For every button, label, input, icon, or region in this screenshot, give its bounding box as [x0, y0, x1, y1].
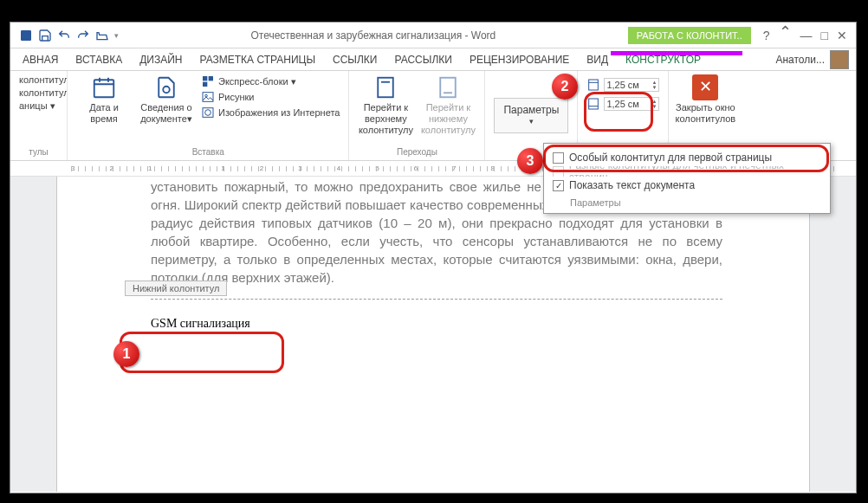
pagenum-btn[interactable]: аницы ▾	[19, 100, 58, 112]
tab-layout[interactable]: РАЗМЕТКА СТРАНИЦЫ	[191, 50, 324, 69]
svg-rect-5	[203, 82, 207, 87]
document-icon	[153, 74, 179, 100]
avatar[interactable]	[830, 50, 849, 69]
goto-footer-btn: Перейти к нижнему колонтитулу	[420, 74, 476, 137]
svg-rect-4	[209, 76, 213, 81]
save-icon[interactable]	[38, 29, 52, 42]
goto-header-btn[interactable]: Перейти к верхнему колонтитулу	[358, 74, 413, 137]
svg-point-2	[163, 87, 170, 94]
badge-1: 1	[113, 341, 139, 367]
minimize-icon[interactable]: —	[800, 29, 813, 42]
tab-review[interactable]: РЕЦЕНЗИРОВАНИЕ	[461, 50, 578, 69]
header-distance-input[interactable]: 1,25 см▲▼	[604, 78, 659, 92]
tab-insert[interactable]: ВСТАВКА	[67, 50, 131, 69]
picture-icon	[201, 90, 215, 104]
group-label-insert: Вставка	[76, 145, 340, 157]
goto-down-icon	[435, 74, 461, 100]
ribbon-collapse-icon[interactable]: ⌃	[779, 29, 792, 42]
svg-point-9	[205, 110, 211, 116]
window-title: Отечественная и зарубежная сигнализация …	[119, 29, 628, 42]
date-time-btn[interactable]: Дата и время	[76, 74, 132, 125]
svg-rect-3	[203, 76, 207, 81]
svg-rect-10	[379, 78, 394, 98]
footer-tab-label: Нижний колонтитул	[125, 281, 227, 296]
badge-2: 2	[552, 74, 578, 100]
options-dropdown[interactable]: Параметры ▾	[494, 98, 568, 133]
goto-up-icon	[372, 74, 398, 100]
close-x-icon: ✕	[692, 74, 718, 100]
callout-1	[120, 332, 284, 373]
popup-footer: Параметры	[553, 194, 821, 208]
close-hf-btn[interactable]: ✕ Закрыть окно колонтитулов	[677, 74, 733, 125]
doc-info-btn[interactable]: Сведения о документе▾	[139, 74, 194, 125]
quickparts-btn[interactable]: Экспресс-блоки ▾	[201, 74, 340, 88]
group-label-nav: Переходы	[358, 145, 476, 157]
header-pos-icon	[586, 78, 600, 92]
tab-references[interactable]: ССЫЛКИ	[324, 50, 385, 69]
svg-rect-11	[441, 78, 457, 98]
user-name[interactable]: Анатоли...	[775, 54, 825, 66]
callout-3	[543, 145, 829, 172]
open-icon[interactable]	[95, 29, 109, 42]
svg-rect-6	[203, 93, 213, 102]
help-icon[interactable]: ?	[763, 29, 770, 42]
contextual-tab: РАБОТА С КОЛОНТИТ..	[628, 27, 751, 44]
web-picture-icon	[201, 106, 215, 119]
word-icon	[19, 29, 33, 42]
svg-rect-12	[589, 80, 599, 90]
undo-icon[interactable]	[57, 29, 71, 42]
online-pictures-btn[interactable]: Изображения из Интернета	[201, 106, 340, 119]
close-icon[interactable]: ✕	[837, 29, 847, 42]
footer-btn[interactable]: колонтитул ▾	[19, 87, 58, 99]
highlight-indicator	[611, 51, 742, 55]
group-label-hf: тулы	[19, 145, 58, 157]
svg-rect-1	[94, 80, 114, 97]
svg-rect-0	[21, 30, 31, 41]
tab-design[interactable]: ДИЗАЙН	[131, 50, 191, 69]
pictures-btn[interactable]: Рисунки	[201, 90, 340, 104]
callout-2	[584, 92, 653, 132]
tab-mailings[interactable]: РАССЫЛКИ	[385, 50, 460, 69]
header-btn[interactable]: колонтитул ▾	[19, 74, 58, 86]
opt-show-doc[interactable]: Показать текст документа	[553, 177, 821, 194]
ribbon-tabs: АВНАЯ ВСТАВКА ДИЗАЙН РАЗМЕТКА СТРАНИЦЫ С…	[10, 48, 856, 71]
redo-icon[interactable]	[76, 29, 90, 42]
blocks-icon	[201, 74, 215, 88]
badge-3: 3	[517, 148, 543, 174]
tab-home[interactable]: АВНАЯ	[14, 50, 67, 69]
titlebar: ▾ Отечественная и зарубежная сигнализаци…	[10, 23, 856, 48]
maximize-icon[interactable]: □	[821, 29, 828, 42]
calendar-icon	[91, 74, 117, 100]
